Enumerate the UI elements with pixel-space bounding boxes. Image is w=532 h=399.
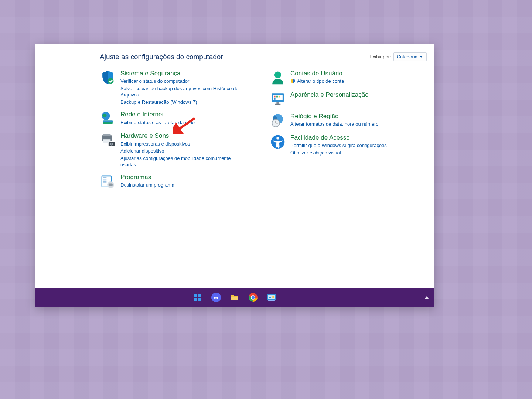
view-by-control: Exibir por: Categoria <box>369 52 427 61</box>
svg-point-16 <box>274 72 281 78</box>
category-title-network-internet[interactable]: Rede e Internet <box>120 110 195 118</box>
svg-rect-12 <box>103 179 106 180</box>
tray-chevron-up-icon[interactable] <box>424 296 429 299</box>
svg-rect-22 <box>276 96 278 98</box>
link-let-windows-suggest-settings[interactable]: Permitir que o Windows sugira configuraç… <box>290 142 387 149</box>
taskbar <box>35 288 434 307</box>
category-title-appearance[interactable]: Aparência e Personalização <box>290 91 369 99</box>
view-by-label: Exibir por: <box>369 54 391 59</box>
svg-point-37 <box>214 297 216 299</box>
svg-point-30 <box>276 137 279 139</box>
link-check-computer-status[interactable]: Verificar o status do computador <box>120 78 239 85</box>
uac-shield-icon <box>290 79 296 84</box>
category-hardware-sound: Hardware e Sons Exibir impressoras e dis… <box>100 132 255 168</box>
category-title-clock-region[interactable]: Relógio e Região <box>290 112 378 120</box>
svg-point-42 <box>252 296 255 299</box>
svg-rect-20 <box>275 104 281 105</box>
taskbar-file-explorer-icon[interactable] <box>229 292 240 303</box>
svg-rect-19 <box>276 102 279 104</box>
link-file-history-backup[interactable]: Salvar cópias de backup dos arquivos com… <box>120 85 239 98</box>
svg-point-38 <box>216 297 218 299</box>
category-appearance: Aparência e Personalização <box>270 91 425 107</box>
svg-rect-3 <box>103 121 113 123</box>
svg-rect-35 <box>198 298 201 301</box>
globe-network-icon <box>100 110 116 127</box>
svg-rect-33 <box>198 294 201 297</box>
monitor-personalization-icon <box>270 91 286 107</box>
link-view-printers-devices[interactable]: Exibir impressoras e dispositivos <box>120 141 239 147</box>
svg-point-0 <box>108 78 114 84</box>
svg-point-47 <box>272 296 274 298</box>
link-change-account-type-text: Alterar o tipo de conta <box>297 78 344 85</box>
category-title-hardware-sound[interactable]: Hardware e Sons <box>120 132 239 140</box>
taskbar-start-button[interactable] <box>192 292 203 303</box>
svg-rect-45 <box>269 296 271 296</box>
category-system-security: Sistema e Segurança Verificar o status d… <box>100 69 255 105</box>
globe-clock-icon <box>270 112 286 129</box>
link-backup-restore-win7[interactable]: Backup e Restauração (Windows 7) <box>120 99 239 106</box>
right-column: Contas de Usuário Alterar o tipo de cont… <box>270 69 425 190</box>
svg-rect-46 <box>269 297 271 298</box>
shield-icon <box>100 69 116 86</box>
header-row: Ajuste as configurações do computador Ex… <box>100 52 427 61</box>
view-by-dropdown[interactable]: Categoria <box>393 52 427 61</box>
category-user-accounts: Contas de Usuário Alterar o tipo de cont… <box>270 69 425 86</box>
taskbar-discord-icon[interactable] <box>211 292 221 303</box>
link-optimize-visual-display[interactable]: Otimizar exibição visual <box>290 150 387 156</box>
control-panel-window: Ajuste as configurações do computador Ex… <box>35 44 434 307</box>
svg-rect-5 <box>103 134 110 136</box>
category-ease-of-access: Facilidade de Acesso Permitir que o Wind… <box>270 134 425 156</box>
svg-rect-39 <box>231 297 238 300</box>
svg-rect-13 <box>103 181 106 183</box>
svg-rect-15 <box>109 183 113 186</box>
svg-point-36 <box>211 293 221 302</box>
link-network-status-tasks[interactable]: Exibir o status e as tarefas da rede <box>120 119 195 126</box>
link-change-account-type[interactable]: Alterar o tipo de conta <box>290 78 344 85</box>
category-network-internet: Rede e Internet Exibir o status e as tar… <box>100 110 255 127</box>
accessibility-icon <box>270 134 286 150</box>
page-title: Ajuste as configurações do computador <box>100 53 223 61</box>
category-title-programs[interactable]: Programas <box>120 173 174 181</box>
link-adjust-mobility-settings[interactable]: Ajustar as configurações de mobilidade c… <box>120 155 239 168</box>
category-title-ease-of-access[interactable]: Facilidade de Acesso <box>290 134 387 141</box>
chevron-down-icon <box>420 56 423 58</box>
category-title-system-security[interactable]: Sistema e Segurança <box>120 69 239 77</box>
svg-rect-24 <box>274 98 276 100</box>
taskbar-chrome-icon[interactable] <box>248 292 258 303</box>
link-change-date-time-formats[interactable]: Alterar formatos de data, hora ou número <box>290 121 378 127</box>
user-account-icon <box>270 69 286 86</box>
svg-rect-34 <box>194 298 197 301</box>
svg-rect-32 <box>194 294 197 297</box>
svg-rect-21 <box>274 96 276 98</box>
view-by-value: Categoria <box>397 54 417 59</box>
link-uninstall-program[interactable]: Desinstalar um programa <box>120 182 174 188</box>
left-column: Sistema e Segurança Verificar o status d… <box>100 69 255 190</box>
category-clock-region: Relógio e Região Alterar formatos de dat… <box>270 112 425 129</box>
taskbar-control-panel-icon[interactable] <box>266 292 277 303</box>
system-tray[interactable] <box>424 288 429 307</box>
printer-camera-icon <box>100 132 116 148</box>
link-add-device[interactable]: Adicionar dispositivo <box>120 148 239 154</box>
svg-rect-23 <box>279 96 280 98</box>
category-title-user-accounts[interactable]: Contas de Usuário <box>290 69 344 77</box>
svg-rect-11 <box>103 177 106 178</box>
programs-icon <box>100 173 116 190</box>
category-programs: Programas Desinstalar um programa <box>100 173 255 190</box>
svg-point-9 <box>111 144 112 145</box>
